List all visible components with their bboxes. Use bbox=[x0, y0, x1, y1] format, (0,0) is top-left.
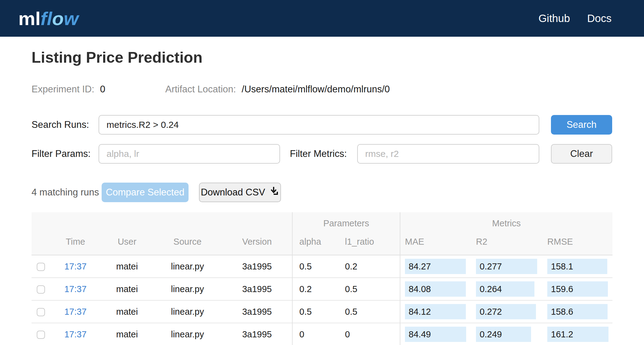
filter-row: Filter Params: Filter Metrics: Clear bbox=[32, 144, 612, 164]
run-version: 3a1995 bbox=[222, 323, 292, 345]
top-navbar: mlflow Github Docs bbox=[0, 0, 644, 37]
experiment-id-value: 0 bbox=[100, 84, 105, 95]
param-alpha: 0.2 bbox=[292, 278, 338, 300]
metric-mae: 84.12 bbox=[405, 304, 466, 319]
column-header-rmse: RMSE bbox=[543, 234, 612, 255]
page-title: Listing Price Prediction bbox=[32, 48, 612, 67]
group-header-spacer bbox=[32, 212, 292, 234]
clear-button[interactable]: Clear bbox=[551, 144, 612, 164]
run-source: linear.py bbox=[153, 323, 222, 345]
param-l1-ratio: 0 bbox=[338, 323, 400, 345]
run-user: matei bbox=[101, 278, 153, 300]
param-alpha: 0 bbox=[292, 323, 338, 345]
group-header-metrics: Metrics bbox=[400, 212, 612, 234]
metric-r2: 0.249 bbox=[476, 327, 531, 342]
metric-rmse: 159.6 bbox=[547, 281, 608, 297]
main-content: Listing Price Prediction Experiment ID: … bbox=[0, 37, 644, 345]
run-checkbox[interactable] bbox=[37, 331, 45, 339]
nav-link-github[interactable]: Github bbox=[538, 12, 570, 24]
search-runs-row: Search Runs: Search bbox=[32, 115, 612, 135]
experiment-id-label: Experiment ID: bbox=[32, 84, 94, 95]
runs-table: Parameters Metrics Time User Source Vers… bbox=[32, 212, 612, 345]
metric-rmse: 161.2 bbox=[547, 327, 608, 342]
filter-params-input[interactable] bbox=[99, 144, 280, 164]
run-time-link[interactable]: 17:37 bbox=[64, 262, 87, 271]
artifact-location-value: /Users/matei/mlflow/demo/mlruns/0 bbox=[242, 84, 390, 95]
metric-mae: 84.27 bbox=[405, 259, 466, 274]
column-header-checkbox bbox=[32, 234, 50, 255]
run-time-link[interactable]: 17:37 bbox=[64, 307, 87, 317]
logo-flow-text: flow bbox=[40, 8, 78, 29]
download-csv-label: Download CSV bbox=[201, 187, 265, 198]
search-button[interactable]: Search bbox=[551, 115, 612, 135]
run-user: matei bbox=[101, 323, 153, 345]
matching-runs-count: 4 matching runs bbox=[32, 187, 102, 198]
run-row: 17:37mateilinear.py3a19950.50.584.120.27… bbox=[32, 300, 612, 323]
run-checkbox[interactable] bbox=[37, 285, 45, 294]
param-l1-ratio: 0.5 bbox=[338, 300, 400, 323]
param-l1-ratio: 0.2 bbox=[338, 255, 400, 278]
filter-metrics-input[interactable] bbox=[357, 144, 539, 164]
experiment-info-row: Experiment ID: 0 Artifact Location: /Use… bbox=[32, 84, 612, 95]
run-version: 3a1995 bbox=[222, 300, 292, 323]
column-header-l1-ratio: l1_ratio bbox=[338, 234, 400, 255]
download-icon bbox=[269, 186, 279, 198]
run-row: 17:37mateilinear.py3a19950.20.584.080.26… bbox=[32, 278, 612, 300]
column-header-r2: R2 bbox=[471, 234, 543, 255]
navbar-links: Github Docs bbox=[538, 12, 626, 24]
column-header-source: Source bbox=[153, 234, 222, 255]
run-version: 3a1995 bbox=[222, 278, 292, 300]
table-actions-row: 4 matching runs Compare Selected Downloa… bbox=[32, 183, 612, 202]
column-header-time: Time bbox=[50, 234, 101, 255]
experiment-id-item: Experiment ID: 0 bbox=[32, 84, 165, 95]
search-runs-label: Search Runs: bbox=[32, 119, 99, 130]
metric-r2: 0.264 bbox=[476, 281, 534, 297]
run-time-link[interactable]: 17:37 bbox=[64, 329, 87, 339]
param-alpha: 0.5 bbox=[292, 300, 338, 323]
run-time-link[interactable]: 17:37 bbox=[64, 284, 87, 294]
run-user: matei bbox=[101, 255, 153, 278]
param-l1-ratio: 0.5 bbox=[338, 278, 400, 300]
run-checkbox[interactable] bbox=[37, 263, 45, 271]
column-header-mae: MAE bbox=[400, 234, 471, 255]
runs-table-header: Parameters Metrics Time User Source Vers… bbox=[32, 212, 612, 255]
artifact-location-label: Artifact Location: bbox=[165, 84, 236, 95]
nav-link-docs[interactable]: Docs bbox=[587, 12, 612, 24]
runs-table-body: 17:37mateilinear.py3a19950.50.284.270.27… bbox=[32, 255, 612, 345]
run-user: matei bbox=[101, 300, 153, 323]
param-alpha: 0.5 bbox=[292, 255, 338, 278]
group-header-parameters: Parameters bbox=[292, 212, 400, 234]
filter-params-label: Filter Params: bbox=[32, 148, 99, 159]
column-header-user: User bbox=[101, 234, 153, 255]
column-header-version: Version bbox=[222, 234, 292, 255]
filter-metrics-label: Filter Metrics: bbox=[290, 148, 357, 159]
metric-mae: 84.49 bbox=[405, 327, 466, 342]
run-version: 3a1995 bbox=[222, 255, 292, 278]
run-source: linear.py bbox=[153, 300, 222, 323]
run-source: linear.py bbox=[153, 278, 222, 300]
artifact-location-item: Artifact Location: /Users/matei/mlflow/d… bbox=[165, 84, 390, 95]
metric-rmse: 158.1 bbox=[547, 259, 607, 274]
metric-mae: 84.08 bbox=[405, 281, 466, 297]
run-source: linear.py bbox=[153, 255, 222, 278]
mlflow-logo[interactable]: mlflow bbox=[18, 8, 78, 29]
metric-rmse: 158.6 bbox=[547, 304, 608, 319]
run-row: 17:37mateilinear.py3a19950084.490.249161… bbox=[32, 323, 612, 345]
metric-r2: 0.272 bbox=[476, 304, 536, 319]
run-row: 17:37mateilinear.py3a19950.50.284.270.27… bbox=[32, 255, 612, 278]
metric-r2: 0.277 bbox=[476, 259, 537, 274]
logo-ml-text: ml bbox=[18, 8, 40, 29]
compare-selected-button[interactable]: Compare Selected bbox=[102, 183, 189, 202]
column-header-alpha: alpha bbox=[292, 234, 338, 255]
run-checkbox[interactable] bbox=[37, 308, 45, 316]
search-runs-input[interactable] bbox=[99, 115, 539, 135]
download-csv-button[interactable]: Download CSV bbox=[199, 183, 281, 202]
